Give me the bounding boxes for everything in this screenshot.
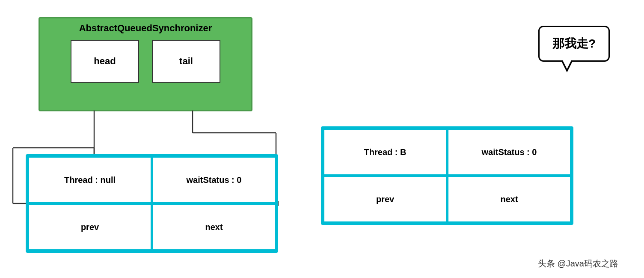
aqs-title: AbstractQueuedSynchronizer — [44, 23, 247, 34]
left-node-thread: Thread : null — [28, 156, 152, 203]
right-node-thread: Thread : B — [323, 129, 447, 176]
aqs-tail-field: tail — [152, 40, 220, 83]
speech-bubble-text: 那我走? — [552, 37, 596, 50]
speech-bubble: 那我走? — [538, 26, 610, 62]
watermark: 头条 @Java码农之路 — [538, 258, 618, 269]
right-node-next: next — [447, 176, 571, 223]
aqs-fields: head tail — [44, 40, 247, 83]
right-node-grid: Thread : B waitStatus : 0 prev next — [323, 129, 571, 223]
left-node-next: next — [152, 203, 276, 251]
right-node-wait-status: waitStatus : 0 — [447, 129, 571, 176]
right-node-box: Thread : B waitStatus : 0 prev next — [321, 126, 573, 225]
aqs-head-field: head — [71, 40, 139, 83]
left-node-box: Thread : null waitStatus : 0 prev next — [26, 154, 278, 253]
aqs-box: AbstractQueuedSynchronizer head tail — [39, 17, 252, 111]
right-node-prev: prev — [323, 176, 447, 223]
left-node-wait-status: waitStatus : 0 — [152, 156, 276, 203]
left-node-grid: Thread : null waitStatus : 0 prev next — [28, 156, 276, 251]
left-node-prev: prev — [28, 203, 152, 251]
diagram-container: AbstractQueuedSynchronizer head tail Thr… — [0, 0, 644, 278]
